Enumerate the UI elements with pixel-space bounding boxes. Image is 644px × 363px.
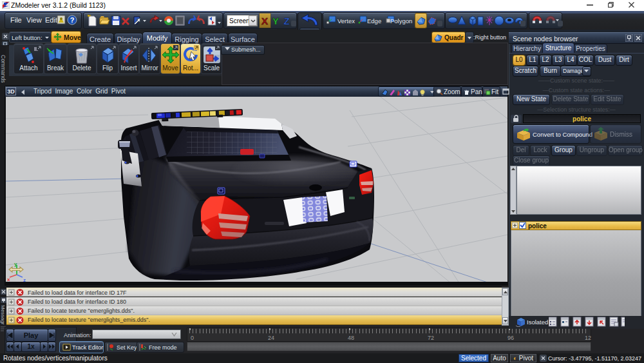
svg-text:y: y (14, 261, 17, 267)
svg-text:Vertex: Vertex (337, 17, 355, 25)
svg-text:Edge: Edge (367, 17, 381, 25)
svg-text:Polygon: Polygon (390, 17, 412, 25)
svg-text:?: ? (70, 16, 75, 24)
svg-text:X: X (261, 15, 268, 26)
svg-text:x: x (7, 277, 10, 282)
svg-text:z: z (23, 277, 26, 282)
svg-text:Z: Z (283, 15, 289, 26)
svg-text:Y: Y (272, 15, 279, 26)
